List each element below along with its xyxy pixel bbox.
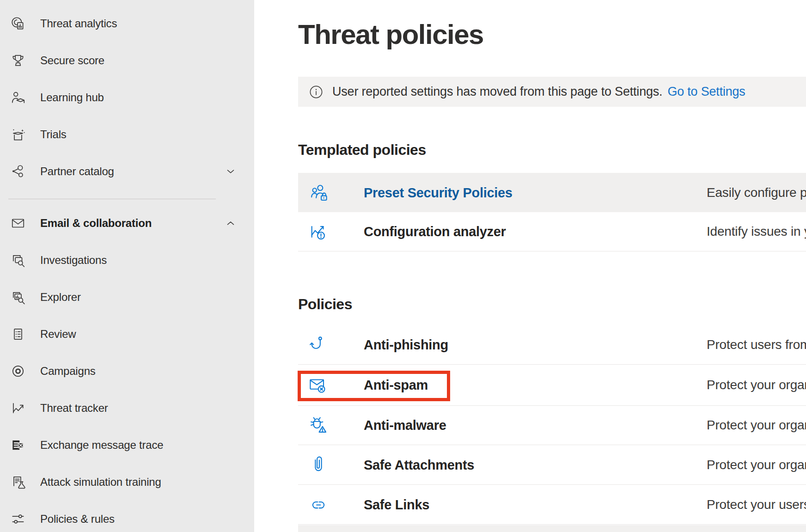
safe-links-icon bbox=[308, 495, 329, 515]
sidebar-item-label: Investigations bbox=[40, 254, 107, 267]
row-description: Protect your organiz bbox=[707, 458, 806, 472]
explorer-icon bbox=[10, 289, 26, 305]
sidebar-item-exchange-message-trace[interactable]: Exchange message trace bbox=[0, 427, 254, 464]
attack-simulation-training-icon bbox=[10, 474, 26, 490]
configuration-analyzer-icon bbox=[308, 221, 329, 242]
safe-attachments-icon bbox=[308, 455, 329, 475]
row-safe-attachments[interactable]: Safe Attachments Protect your organiz bbox=[298, 445, 806, 485]
threat-analytics-icon bbox=[10, 16, 26, 31]
sidebar-item-email-collaboration[interactable]: Email & collaboration bbox=[0, 205, 254, 242]
row-label: Preset Security Policies bbox=[364, 185, 513, 200]
row-description: Protect your users fr bbox=[707, 497, 806, 512]
go-to-settings-link[interactable]: Go to Settings bbox=[667, 85, 745, 99]
row-preset-security-policies[interactable]: Preset Security Policies Easily configur… bbox=[298, 173, 806, 212]
sidebar-item-label: Review bbox=[40, 328, 76, 341]
preset-security-policies-icon bbox=[308, 183, 329, 203]
sidebar-item-label: Explorer bbox=[40, 291, 81, 304]
row-anti-phishing[interactable]: Anti-phishing Protect users from p bbox=[298, 325, 806, 365]
email-collaboration-icon bbox=[10, 215, 26, 231]
row-description: Protect your organiz bbox=[707, 378, 806, 392]
sidebar-item-policies-rules[interactable]: Policies & rules bbox=[0, 501, 254, 532]
anti-malware-icon bbox=[308, 415, 329, 435]
row-anti-spam[interactable]: Anti-spam Protect your organiz bbox=[298, 365, 806, 406]
investigations-icon bbox=[10, 252, 26, 268]
sidebar-item-label: Secure score bbox=[40, 54, 104, 67]
review-icon bbox=[10, 326, 26, 342]
row-label: Anti-spam bbox=[364, 378, 428, 393]
sidebar-item-label: Campaigns bbox=[40, 365, 96, 378]
info-icon bbox=[309, 85, 323, 99]
sidebar-item-investigations[interactable]: Investigations bbox=[0, 242, 254, 279]
sidebar-item-partner-catalog[interactable]: Partner catalog bbox=[0, 153, 254, 190]
sidebar-item-label: Learning hub bbox=[40, 91, 104, 104]
chevron-down-icon bbox=[224, 165, 238, 178]
sidebar-item-label: Trials bbox=[40, 128, 67, 141]
sidebar-item-trials[interactable]: Trials bbox=[0, 116, 254, 153]
row-safe-links[interactable]: Safe Links Protect your users fr bbox=[298, 485, 806, 525]
partner-catalog-icon bbox=[10, 164, 26, 179]
info-banner: User reported settings has moved from th… bbox=[298, 77, 806, 107]
sidebar-item-explorer[interactable]: Explorer bbox=[0, 279, 254, 316]
anti-phishing-icon bbox=[308, 335, 329, 355]
sidebar-item-label: Threat tracker bbox=[40, 402, 108, 415]
sidebar-item-label: Attack simulation training bbox=[40, 476, 161, 489]
sidebar-item-label: Partner catalog bbox=[40, 165, 114, 178]
sidebar-item-threat-analytics[interactable]: Threat analytics bbox=[0, 5, 254, 42]
templated-policies-heading: Templated policies bbox=[298, 141, 426, 159]
policies-heading: Policies bbox=[298, 296, 352, 313]
page-title: Threat policies bbox=[298, 18, 483, 50]
trials-icon bbox=[10, 127, 26, 142]
sidebar-item-label: Exchange message trace bbox=[40, 439, 163, 452]
sidebar-item-secure-score[interactable]: Secure score bbox=[0, 42, 254, 79]
sidebar-item-learning-hub[interactable]: Learning hub bbox=[0, 79, 254, 116]
chevron-up-icon bbox=[224, 216, 238, 230]
banner-text: User reported settings has moved from th… bbox=[332, 85, 662, 99]
row-anti-malware[interactable]: Anti-malware Protect your organiz bbox=[298, 406, 806, 445]
sidebar-item-label: Policies & rules bbox=[40, 513, 115, 526]
policies-rules-icon bbox=[10, 511, 26, 527]
row-description: Protect your organiz bbox=[707, 418, 806, 433]
sidebar: Threat analytics Secure score Learning h… bbox=[0, 0, 254, 532]
sidebar-divider bbox=[8, 199, 216, 199]
row-label: Safe Attachments bbox=[364, 457, 474, 472]
row-label: Safe Links bbox=[364, 497, 429, 512]
anti-spam-icon bbox=[308, 375, 329, 395]
row-description: Easily configure prot bbox=[707, 185, 806, 200]
row-description: Protect users from p bbox=[707, 337, 806, 352]
row-configuration-analyzer[interactable]: Configuration analyzer Identify issues i… bbox=[298, 212, 806, 251]
sidebar-item-campaigns[interactable]: Campaigns bbox=[0, 353, 254, 390]
secure-score-icon bbox=[10, 53, 26, 68]
threat-tracker-icon bbox=[10, 400, 26, 416]
sidebar-item-review[interactable]: Review bbox=[0, 316, 254, 353]
row-label: Anti-malware bbox=[364, 418, 446, 433]
row-label: Configuration analyzer bbox=[364, 224, 506, 239]
exchange-message-trace-icon bbox=[10, 437, 26, 453]
campaigns-icon bbox=[10, 363, 26, 379]
next-row-partial bbox=[298, 525, 806, 532]
row-label: Anti-phishing bbox=[364, 337, 448, 352]
sidebar-item-label: Email & collaboration bbox=[40, 217, 152, 230]
sidebar-item-attack-simulation-training[interactable]: Attack simulation training bbox=[0, 464, 254, 501]
sidebar-item-threat-tracker[interactable]: Threat tracker bbox=[0, 390, 254, 427]
sidebar-item-label: Threat analytics bbox=[40, 17, 117, 30]
learning-hub-icon bbox=[10, 90, 26, 105]
row-description: Identify issues in you bbox=[707, 224, 806, 239]
